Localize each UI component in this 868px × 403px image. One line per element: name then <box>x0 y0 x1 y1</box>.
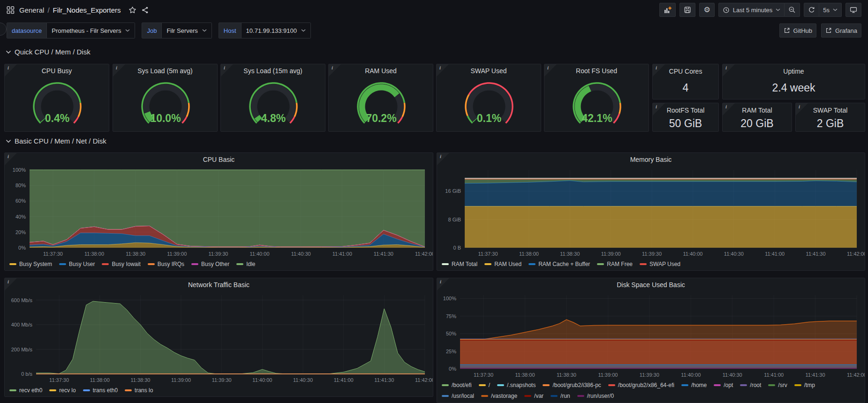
legend-item-root[interactable]: /root <box>740 380 761 390</box>
legend-item-busy-user[interactable]: Busy User <box>59 259 95 269</box>
svg-text:11:37:30: 11:37:30 <box>43 251 63 257</box>
svg-text:11:38:00: 11:38:00 <box>515 372 535 378</box>
stat-value: 2.4 week <box>772 82 815 94</box>
legend-item-trans-eth0[interactable]: trans eth0 <box>83 385 118 395</box>
legend-item-opt[interactable]: /opt <box>714 380 733 390</box>
info-icon: i <box>656 104 657 109</box>
legend-item-idle[interactable]: Idle <box>236 259 255 269</box>
chart-plot-memory-basic[interactable]: 11:37:3011:38:0011:38:3011:39:0011:39:30… <box>438 166 863 259</box>
panel-title[interactable]: CPU Busy <box>5 64 109 77</box>
gauge-swap-used: 0.1% <box>437 77 541 131</box>
panel-title[interactable]: SWAP Used <box>437 64 541 77</box>
panel-info-corner[interactable] <box>437 278 449 290</box>
legend-label: Busy System <box>19 261 52 267</box>
legend-swatch <box>551 395 558 397</box>
panel-title[interactable]: Root FS Used <box>544 64 649 77</box>
legend-swatch <box>794 384 801 386</box>
svg-text:100%: 100% <box>13 167 26 173</box>
panel-title[interactable]: Sys Load (5m avg) <box>113 64 217 77</box>
panel-info-corner[interactable] <box>723 103 735 115</box>
legend-item-tmp[interactable]: /tmp <box>794 380 815 390</box>
chart-plot-disk-space-used-basic[interactable]: 11:37:3011:38:0011:38:3011:39:0011:39:30… <box>438 291 863 380</box>
stat-panel-cpu-cores: iCPU Cores4 <box>652 64 719 99</box>
svg-text:11:37:30: 11:37:30 <box>478 251 498 257</box>
legend-label: /srv <box>778 382 787 388</box>
chart-plot-cpu-basic[interactable]: 11:37:3011:38:0011:38:3011:39:0011:39:30… <box>6 166 431 259</box>
panel-info-corner[interactable] <box>5 278 17 290</box>
svg-text:11:40:30: 11:40:30 <box>723 372 742 378</box>
legend-item-recv-eth0[interactable]: recv eth0 <box>9 385 42 395</box>
legend-item-boot-grub2-i386-pc[interactable]: /boot/grub2/i386-pc <box>543 380 601 390</box>
legend-item-boot-grub2-x86-64-efi[interactable]: /boot/grub2/x86_64-efi <box>608 380 674 390</box>
svg-text:75%: 75% <box>446 313 456 319</box>
panel-title[interactable]: Memory Basic <box>437 153 865 166</box>
svg-text:0 b/s: 0 b/s <box>21 371 32 377</box>
info-icon: i <box>725 65 727 70</box>
panel-info-corner[interactable] <box>723 64 735 76</box>
legend-item-swap-used[interactable]: SWAP Used <box>640 259 680 269</box>
legend-label: /run <box>560 393 570 399</box>
panel-info-corner[interactable] <box>437 64 449 76</box>
info-icon: i <box>8 153 9 159</box>
svg-text:11:39:30: 11:39:30 <box>642 251 662 257</box>
legend-item-busy-iowait[interactable]: Busy Iowait <box>102 259 140 269</box>
legend-label: Idle <box>246 261 255 267</box>
panel-info-corner[interactable] <box>221 64 233 76</box>
panel-info-corner[interactable] <box>113 64 125 76</box>
panel-info-corner[interactable] <box>329 64 341 76</box>
legend-label: /opt <box>724 382 733 388</box>
panel-title[interactable]: Network Traffic Basic <box>5 278 433 291</box>
legend-item-busy-other[interactable]: Busy Other <box>191 259 229 269</box>
legend-item-snapshots[interactable]: /.snapshots <box>497 380 536 390</box>
legend-swatch <box>125 389 132 391</box>
panel-info-corner[interactable] <box>653 64 665 76</box>
panel-title[interactable]: CPU Basic <box>5 153 433 166</box>
chart-plot-network-traffic-basic[interactable]: 11:37:3011:38:0011:38:3011:39:0011:39:30… <box>6 291 431 385</box>
legend-swatch <box>236 263 243 265</box>
legend-item-run[interactable]: /run <box>551 391 570 401</box>
panel-title[interactable]: Disk Space Used Basic <box>437 278 865 291</box>
legend-item-trans-lo[interactable]: trans lo <box>125 385 153 395</box>
panel-title[interactable]: RAM Used <box>329 64 433 77</box>
svg-text:11:41:30: 11:41:30 <box>374 377 394 383</box>
panel-title[interactable]: Sys Load (15m avg) <box>221 64 325 77</box>
panel-title[interactable]: Uptime <box>723 64 865 76</box>
gauge-value: 42.1% <box>581 112 612 124</box>
legend-item-boot-efi[interactable]: /boot/efi <box>442 380 472 390</box>
legend-item-recv-lo[interactable]: recv lo <box>49 385 75 395</box>
legend-item-busy-system[interactable]: Busy System <box>9 259 52 269</box>
legend-swatch <box>83 389 90 391</box>
svg-text:11:38:00: 11:38:00 <box>519 251 539 257</box>
legend-item-ram-cache-buffer[interactable]: RAM Cache + Buffer <box>528 259 590 269</box>
legend-item-usr-local[interactable]: /usr/local <box>442 391 474 401</box>
svg-text:11:40:00: 11:40:00 <box>252 377 272 383</box>
legend-item-srv[interactable]: /srv <box>768 380 787 390</box>
legend-item-ram-used[interactable]: RAM Used <box>484 259 521 269</box>
legend-swatch <box>740 384 747 386</box>
stat-panel-ram-total: iRAM Total20 GiB <box>722 103 792 132</box>
legend-item-[interactable]: / <box>479 380 490 390</box>
legend-swatch <box>102 263 109 265</box>
panel-info-corner[interactable] <box>5 64 17 76</box>
panel-info-corner[interactable] <box>5 153 17 165</box>
legend-item-home[interactable]: /home <box>681 380 707 390</box>
chart-panel-memory-basic: iMemory Basic11:37:3011:38:0011:38:3011:… <box>437 152 865 271</box>
panel-info-corner[interactable] <box>437 153 449 165</box>
legend-item-busy-irqs[interactable]: Busy IRQs <box>148 259 184 269</box>
panel-info-corner[interactable] <box>653 103 665 115</box>
svg-text:11:38:00: 11:38:00 <box>84 251 104 257</box>
legend-item-run-user-0[interactable]: /run/user/0 <box>577 391 614 401</box>
svg-text:11:40:00: 11:40:00 <box>250 251 270 257</box>
info-icon: i <box>116 65 117 70</box>
panel-info-corner[interactable] <box>544 64 557 76</box>
panel-info-corner[interactable] <box>796 103 808 115</box>
legend-item-vastorage[interactable]: /vastorage <box>481 391 517 401</box>
legend-item-ram-free[interactable]: RAM Free <box>597 259 633 269</box>
chart-legend: recv eth0recv lotrans eth0trans lo <box>5 385 433 395</box>
gauge-value: 4.8% <box>261 112 286 124</box>
svg-text:11:40:00: 11:40:00 <box>681 372 701 378</box>
legend-item-var[interactable]: /var <box>524 391 543 401</box>
legend-item-ram-total[interactable]: RAM Total <box>442 259 477 269</box>
info-icon: i <box>8 279 9 284</box>
chart-panel-disk-space-used-basic: iDisk Space Used Basic11:37:3011:38:0011… <box>437 278 865 403</box>
